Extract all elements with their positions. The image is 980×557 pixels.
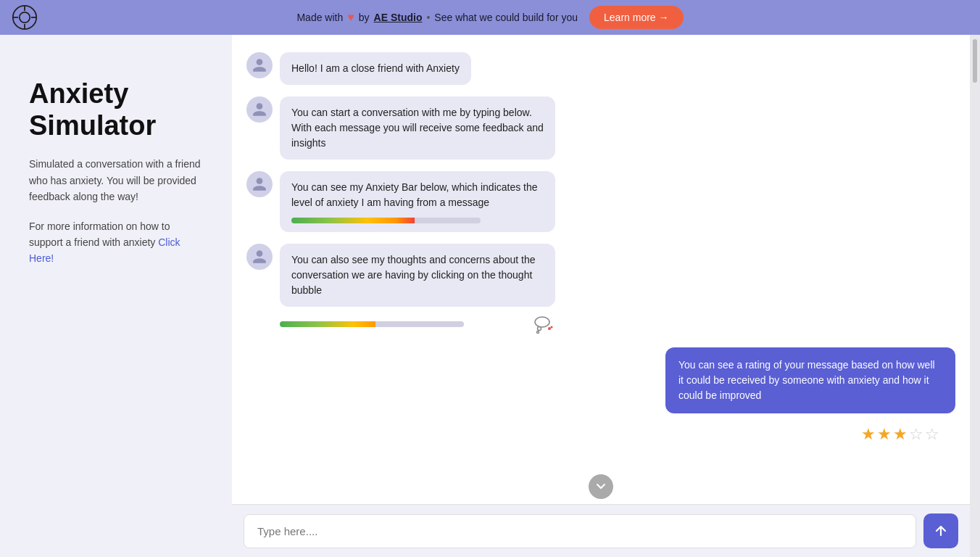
svg-point-1 [20, 12, 30, 22]
chat-input-area [232, 504, 970, 557]
message-bubble-1: Hello! I am a close friend with Anxiety [280, 52, 471, 85]
bullet: • [426, 12, 430, 23]
see-what-label: See what we could build for you [434, 12, 578, 23]
rating-stars: ★★★☆☆ [861, 425, 941, 444]
thought-bubble-footer [280, 313, 555, 336]
chat-container: Hello! I am a close friend with Anxiety … [232, 35, 970, 557]
sidebar: Anxiety Simulator Simulated a conversati… [0, 35, 232, 557]
avatar-1 [246, 52, 273, 78]
scroll-thumb [973, 39, 977, 83]
user-message-row-1: You can see a rating of your message bas… [246, 347, 955, 413]
user-bubble-1: You can see a rating of your message bas… [665, 347, 955, 413]
anxiety-bar-1 [291, 218, 544, 223]
banner-text: Made with ♥ by AE Studio • See what we c… [296, 11, 578, 24]
scroll-down-button[interactable] [589, 474, 613, 499]
thought-bubble-text: You can also see my thoughts and concern… [280, 244, 555, 307]
anxiety-bar-fill-1 [291, 218, 481, 223]
heart-icon: ♥ [347, 11, 354, 24]
message-bubble-2: You can start a conversation with me by … [280, 96, 555, 160]
ae-studio-link[interactable]: AE Studio [374, 12, 423, 23]
thought-bubble-icon[interactable] [532, 313, 555, 336]
svg-point-8 [537, 331, 539, 334]
by-label: by [359, 12, 370, 23]
avatar-4 [246, 244, 273, 270]
chat-messages: Hello! I am a close friend with Anxiety … [232, 35, 970, 504]
bot-message-row-2: You can start a conversation with me by … [246, 96, 955, 160]
svg-point-6 [535, 317, 549, 327]
anxiety-bar-fill-2 [280, 321, 464, 327]
thought-message-block: You can also see my thoughts and concern… [280, 244, 555, 336]
bot-message-row-4: You can also see my thoughts and concern… [246, 244, 955, 336]
right-scrollbar[interactable] [970, 35, 980, 557]
bot-message-row-1: Hello! I am a close friend with Anxiety [246, 52, 955, 85]
learn-more-button[interactable]: Learn more → [589, 6, 683, 29]
avatar-2 [246, 96, 273, 123]
svg-point-10 [551, 326, 553, 329]
sidebar-more-info: For more information on how to support a… [29, 218, 203, 267]
send-button[interactable] [923, 513, 958, 548]
sidebar-title: Anxiety Simulator [29, 78, 203, 141]
avatar-3 [246, 171, 273, 197]
logo [12, 4, 38, 30]
top-banner: Made with ♥ by AE Studio • See what we c… [0, 0, 980, 35]
main-layout: Anxiety Simulator Simulated a conversati… [0, 0, 980, 557]
bot-message-row-3: You can see my Anxiety Bar below, which … [246, 171, 955, 232]
svg-point-7 [538, 327, 541, 331]
svg-point-9 [548, 327, 551, 330]
sidebar-description: Simulated a conversation with a friend w… [29, 156, 203, 205]
chat-input[interactable] [244, 514, 916, 548]
made-with-label: Made with [296, 12, 343, 23]
anxiety-bar-2 [280, 321, 525, 327]
message-bubble-3: You can see my Anxiety Bar below, which … [280, 171, 555, 232]
stars-row: ★★★☆☆ [246, 425, 955, 444]
